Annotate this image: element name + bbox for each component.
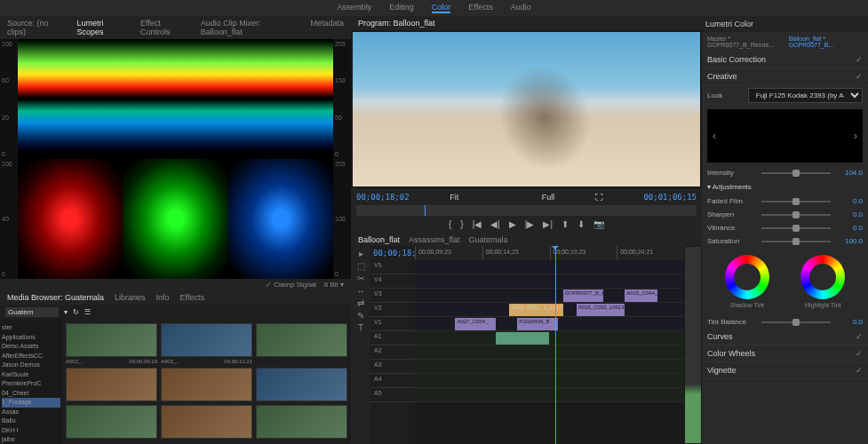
sequence-tab[interactable]: Guatemala <box>469 235 508 244</box>
tab-info[interactable]: Info <box>156 293 170 302</box>
timeline-timecode[interactable]: 00;00;18;02 <box>370 246 415 260</box>
tree-item[interactable]: KarlSoule <box>2 370 60 380</box>
media-thumb[interactable] <box>256 405 347 439</box>
sequence-tab[interactable]: Balloon_flat <box>358 235 400 244</box>
tree-item[interactable]: ster <box>2 323 60 333</box>
filter-icon[interactable]: ▾ <box>64 308 68 316</box>
highlight-tint-wheel[interactable] <box>800 255 845 299</box>
media-thumb[interactable] <box>161 405 252 439</box>
track-header[interactable]: V4 <box>370 274 415 289</box>
tree-item[interactable]: 1_Footage <box>2 398 60 408</box>
tree-item[interactable]: jalbe <box>2 435 60 444</box>
tree-item[interactable]: AfterEffectsCC <box>2 352 60 361</box>
workspace-tab-assembly[interactable]: Assembly <box>337 3 371 13</box>
fullscreen-icon[interactable]: ⛶ <box>595 193 603 202</box>
media-thumb[interactable] <box>66 368 157 401</box>
media-thumb[interactable] <box>66 405 157 439</box>
faded-film-slider[interactable] <box>761 201 831 202</box>
media-thumb[interactable] <box>161 368 252 401</box>
tree-item[interactable]: Applications <box>2 333 60 343</box>
timeline-clip[interactable]: C_13176 <box>541 304 562 316</box>
shadow-tint-wheel[interactable] <box>725 255 769 299</box>
intensity-slider[interactable] <box>761 172 831 174</box>
adjustments-toggle[interactable]: ▾ Adjustments <box>702 179 868 194</box>
media-thumb[interactable] <box>256 368 347 401</box>
tab-lumetri-scopes[interactable]: Lumetri Scopes <box>77 19 130 36</box>
timeline-clip[interactable]: A028_C002_ <box>509 304 541 316</box>
tree-item[interactable]: DKH I <box>2 426 60 436</box>
tab-libraries[interactable]: Libraries <box>115 293 146 302</box>
track-select-tool-icon[interactable]: ⬚ <box>354 261 368 271</box>
program-scrubber[interactable] <box>356 205 697 216</box>
track-header[interactable]: V1 <box>370 317 415 331</box>
track-header[interactable]: V5 <box>370 260 415 274</box>
tab-metadata[interactable]: Metadata <box>310 19 344 36</box>
list-view-icon[interactable]: ☰ <box>84 308 91 316</box>
tab-effect-controls[interactable]: Effect Controls <box>140 19 190 36</box>
step-back-icon[interactable]: ◀| <box>490 219 500 229</box>
program-viewport[interactable] <box>353 32 700 186</box>
track-header[interactable]: A2 <box>370 345 415 360</box>
type-tool-icon[interactable]: T <box>354 323 368 333</box>
track-header[interactable]: V3 <box>370 289 415 303</box>
timeline-clip[interactable]: A015_C044_1 <box>625 289 657 302</box>
clamp-signal-toggle[interactable]: ✓ Clamp Signal <box>266 281 316 289</box>
tree-item[interactable]: PremiereProC <box>2 379 60 389</box>
workspace-tab-color[interactable]: Color <box>432 3 451 13</box>
workspace-tab-effects[interactable]: Effects <box>468 3 492 13</box>
program-title[interactable]: Program: Balloon_flat <box>358 19 435 28</box>
sequence-tab[interactable]: Assassins_flat <box>409 235 460 244</box>
track-header[interactable]: A3 <box>370 360 415 374</box>
vibrance-slider[interactable] <box>761 227 831 229</box>
curves-toggle[interactable]: Curves✓ <box>702 329 868 345</box>
track-header[interactable]: A4 <box>370 374 415 388</box>
track-header[interactable]: A1 <box>370 331 415 345</box>
timeline-clip[interactable]: GOPR0077_B_F <box>563 289 603 302</box>
playhead[interactable] <box>555 246 556 444</box>
saturation-slider[interactable] <box>761 241 831 242</box>
tab-media-browser[interactable]: Media Browser: Guatemala <box>7 293 104 302</box>
vignette-toggle[interactable]: Vignette✓ <box>702 362 868 379</box>
mark-out-icon[interactable]: } <box>460 219 463 229</box>
tree-item[interactable]: 04_Cheet <box>2 389 60 399</box>
tree-item[interactable]: Assas <box>2 408 60 417</box>
timeline-ruler[interactable]: 00;00;09;23 00;00;14;23 00;00;19;23 00;0… <box>415 246 684 260</box>
tab-effects-panel[interactable]: Effects <box>180 293 204 302</box>
media-thumb[interactable]: A002_...00;00;11;21 <box>161 323 252 364</box>
bit-depth-select[interactable]: 8 Bit ▾ <box>324 281 344 289</box>
track-header[interactable]: A5 <box>370 388 415 402</box>
timeline-clip[interactable]: A015_C032_10913_0 <box>577 304 625 316</box>
selection-tool-icon[interactable]: ▸ <box>354 249 368 258</box>
media-thumb[interactable] <box>256 323 347 364</box>
color-wheels-toggle[interactable]: Color Wheels✓ <box>702 345 868 362</box>
pen-tool-icon[interactable]: ✎ <box>354 311 368 321</box>
track-header[interactable]: V2 <box>370 303 415 317</box>
go-to-in-icon[interactable]: |◀ <box>473 219 482 229</box>
media-search-input[interactable] <box>5 307 59 317</box>
export-frame-icon[interactable]: 📷 <box>593 219 604 229</box>
tree-item[interactable]: Ballo <box>2 416 60 426</box>
timeline-clip[interactable] <box>496 332 550 345</box>
timeline-clip[interactable]: P1020436_B <box>517 318 557 330</box>
workspace-tab-editing[interactable]: Editing <box>389 3 414 13</box>
full-dropdown[interactable]: Full <box>542 193 555 202</box>
intensity-value[interactable]: 104.0 <box>836 169 863 177</box>
look-select[interactable]: Fuji F125 Kodak 2393 (by Adobe) <box>748 88 863 103</box>
lift-icon[interactable]: ⬆ <box>561 219 569 229</box>
mark-in-icon[interactable]: { <box>449 219 451 229</box>
program-timecode[interactable]: 00;00;18;02 <box>356 193 410 202</box>
go-to-out-icon[interactable]: ▶| <box>543 219 553 229</box>
tint-balance-slider[interactable] <box>761 321 831 323</box>
workspace-tab-audio[interactable]: Audio <box>511 3 531 13</box>
timeline-clip[interactable]: A027_C004_ <box>455 318 495 330</box>
tree-item[interactable]: Demo Assets <box>2 342 60 352</box>
step-forward-icon[interactable]: |▶ <box>525 219 535 229</box>
basic-correction-toggle[interactable]: Basic Correction✓ <box>702 52 868 68</box>
look-preview[interactable] <box>707 109 863 163</box>
tree-item[interactable]: Jason Demos <box>2 361 60 370</box>
tab-audio-mixer[interactable]: Audio Clip Mixer: Balloon_flat <box>201 19 300 36</box>
play-icon[interactable]: ▶ <box>509 219 516 229</box>
slide-tool-icon[interactable]: ⇄ <box>354 298 368 308</box>
timeline-content[interactable]: 00;00;09;23 00;00;14;23 00;00;19;23 00;0… <box>415 246 684 444</box>
tab-source[interactable]: Source: (no clips) <box>7 19 67 36</box>
